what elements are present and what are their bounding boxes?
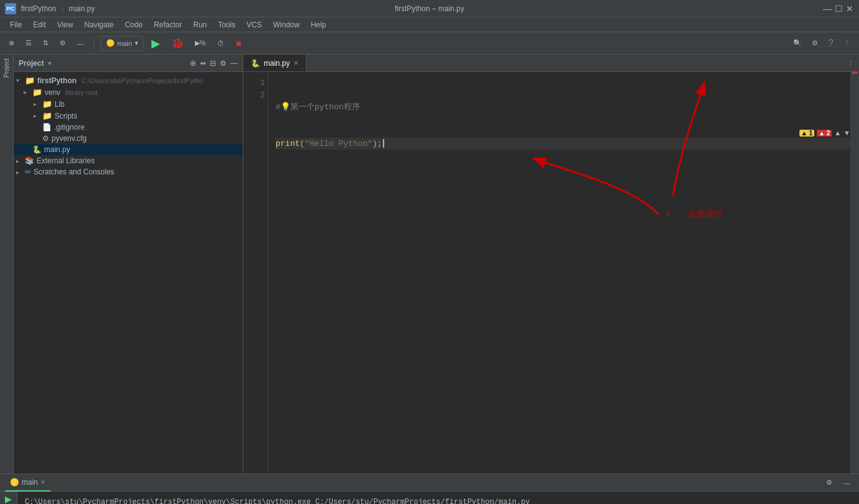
project-header: Project ▾ ⊕ ⇴ ⊟ ⚙ —	[14, 55, 243, 72]
tree-item-scratches[interactable]: ▸ ✏ Scratches and Consoles	[14, 166, 243, 178]
settings-button[interactable]: ⚙	[808, 36, 822, 51]
menubar: File Edit View Navigate Code Refactor Ru…	[0, 17, 859, 32]
tab-close-btn[interactable]: ✕	[294, 60, 299, 66]
menu-navigate[interactable]: Navigate	[79, 19, 119, 30]
toolbar-add-btn[interactable]: ⊕	[5, 36, 18, 51]
run-config[interactable]: 🟡 main ▾	[101, 36, 144, 51]
debug-button[interactable]: 🐞	[168, 36, 187, 51]
project-minimize-btn[interactable]: —	[230, 59, 238, 68]
gutter-down-btn[interactable]: ▼	[843, 129, 850, 137]
more-button[interactable]: ⋮	[840, 36, 854, 51]
tree-item-lib[interactable]: ▸ 📁 Lib	[14, 98, 243, 110]
run-output[interactable]: C:\Users\stu\PycharmProjects\firstPython…	[17, 492, 859, 504]
editor-action-more[interactable]: ⋮	[847, 59, 854, 67]
menu-run[interactable]: Run	[188, 19, 212, 30]
project-root-path: C:\Users\stu\PycharmProjects\firstPytho	[81, 77, 203, 84]
toolbar-settings-btn[interactable]: ⚙	[56, 36, 70, 51]
tree-arrow-venv: ▸	[24, 89, 30, 96]
menu-window[interactable]: Window	[268, 19, 305, 30]
close-button[interactable]: ✕	[845, 4, 854, 13]
menu-edit[interactable]: Edit	[28, 19, 51, 30]
error-marker	[852, 72, 858, 74]
minimize-button[interactable]: —	[823, 4, 832, 13]
project-collapse-btn[interactable]: ⊟	[210, 59, 216, 68]
code-line-2: print("Hello Python");	[276, 138, 852, 150]
run-config-dropdown: ▾	[135, 39, 138, 47]
menu-refactor[interactable]: Refactor	[149, 19, 187, 30]
title-separator: ›	[61, 4, 64, 13]
menu-help[interactable]: Help	[306, 19, 331, 30]
project-tab-vertical[interactable]: Project	[2, 55, 11, 81]
menu-vcs[interactable]: VCS	[241, 19, 267, 30]
editor-scrollbar[interactable]	[850, 72, 859, 474]
project-add-btn[interactable]: ⊕	[190, 59, 196, 68]
titlebar-left: PC firstPython › main.py	[5, 3, 95, 14]
tree-item-main-py[interactable]: ▸ 🐍 main.py	[14, 144, 243, 155]
toolbar-right: 🔍 ⚙ ? ⋮	[789, 36, 854, 51]
tree-item-pyvenv[interactable]: ▸ ⚙ pyvenv.cfg	[14, 133, 243, 144]
tree-item-external-libs[interactable]: ▸ 📚 External Libraries	[14, 155, 243, 166]
tree-arrow-scratches: ▸	[16, 169, 22, 176]
project-panel: Project ▾ ⊕ ⇴ ⊟ ⚙ — ▾ 📁 firstPython C:\U…	[14, 55, 243, 474]
app-name: firstPython	[21, 4, 56, 13]
coverage-button[interactable]: ▶%	[191, 36, 210, 51]
tab-icon: 🐍	[251, 59, 260, 68]
run-body: ▶ ⏹ ↺ ▲ ▼ ≡ ⊞ ⊟ 🖨 🗑 C:\Users\stu\Pycharm…	[0, 492, 859, 504]
output-cmd-line: C:\Users\stu\PycharmProjects\firstPython…	[25, 497, 852, 504]
tab-label: main.py	[264, 59, 290, 68]
ext-libs-icon: 📚	[25, 156, 34, 165]
error-count[interactable]: ▲ 2	[817, 130, 832, 137]
menu-view[interactable]: View	[52, 19, 78, 30]
menu-file[interactable]: File	[5, 19, 27, 30]
window-title: firstPython – main.py	[395, 4, 464, 13]
run-play-btn[interactable]: ▶	[2, 494, 16, 504]
maximize-button[interactable]: ☐	[834, 4, 843, 13]
tree-arrow-ext: ▸	[16, 158, 22, 164]
stop-button[interactable]: ⏹	[232, 36, 246, 51]
tree-item-scripts[interactable]: ▸ 📁 Scripts	[14, 110, 243, 122]
menu-code[interactable]: Code	[120, 19, 148, 30]
tree-item-gitignore[interactable]: ▸ 📄 .gitignore	[14, 122, 243, 133]
profile-button[interactable]: ⏱	[214, 36, 228, 51]
search-button[interactable]: 🔍	[789, 36, 806, 51]
tree-arrow-root: ▾	[16, 77, 22, 84]
editor-tab-main-py[interactable]: 🐍 main.py ✕	[243, 55, 307, 71]
run-settings-btn[interactable]: ⚙	[822, 475, 836, 490]
run-panel: 🟡 main ✕ ⚙ — ▶ ⏹ ↺ ▲ ▼ ≡ ⊞ ⊟ 🖨 🗑 C:\User…	[0, 474, 859, 504]
toolbar-minimize-btn[interactable]: —	[73, 36, 88, 51]
run-button[interactable]: ▶	[148, 36, 164, 51]
warning-count[interactable]: ▲ 1	[799, 130, 814, 137]
titlebar-controls: — ☐ ✕	[823, 4, 854, 13]
project-scroll-btn[interactable]: ⇴	[200, 59, 206, 68]
code-content[interactable]: #💡第一个python程序 print("Hello Python");	[268, 72, 859, 474]
line-numbers: 1 2	[243, 72, 268, 474]
code-editor[interactable]: 1 2 #💡第一个python程序 print("Hello Python");…	[243, 72, 859, 474]
toolbar-divider	[94, 37, 94, 50]
project-settings-btn[interactable]: ⚙	[220, 59, 227, 68]
scratches-icon: ✏	[25, 168, 31, 176]
toolbar-list-btn[interactable]: ☰	[22, 36, 35, 51]
gitignore-icon: 📄	[42, 123, 52, 132]
pyvenv-icon: ⚙	[42, 134, 49, 143]
run-tab-label: main	[22, 478, 38, 487]
scratches-name: Scratches and Consoles	[34, 168, 114, 176]
run-tab-icon: 🟡	[10, 478, 19, 487]
tree-item-root[interactable]: ▾ 📁 firstPython C:\Users\stu\PycharmProj…	[14, 74, 243, 86]
help-icon-button[interactable]: ?	[824, 36, 837, 51]
toolbar-sort-btn[interactable]: ⇅	[39, 36, 52, 51]
project-dropdown-icon[interactable]: ▾	[48, 59, 52, 68]
gutter-up-btn[interactable]: ▲	[834, 129, 841, 137]
run-header: 🟡 main ✕ ⚙ —	[0, 474, 859, 492]
tree-arrow-scripts: ▸	[34, 112, 40, 119]
project-tree: ▾ 📁 firstPython C:\Users\stu\PycharmProj…	[14, 72, 243, 474]
run-close-panel-btn[interactable]: —	[840, 475, 854, 490]
run-config-icon: 🟡	[106, 39, 115, 47]
run-tab-close[interactable]: ✕	[40, 479, 45, 485]
app-icon: PC	[5, 3, 16, 14]
menu-tools[interactable]: Tools	[213, 19, 240, 30]
run-tab-main[interactable]: 🟡 main ✕	[5, 474, 50, 492]
editor-actions: ⋮	[842, 55, 859, 71]
tree-item-venv[interactable]: ▸ 📁 venv library root	[14, 86, 243, 98]
lib-name: Lib	[55, 100, 65, 109]
venv-name: venv	[45, 88, 60, 97]
